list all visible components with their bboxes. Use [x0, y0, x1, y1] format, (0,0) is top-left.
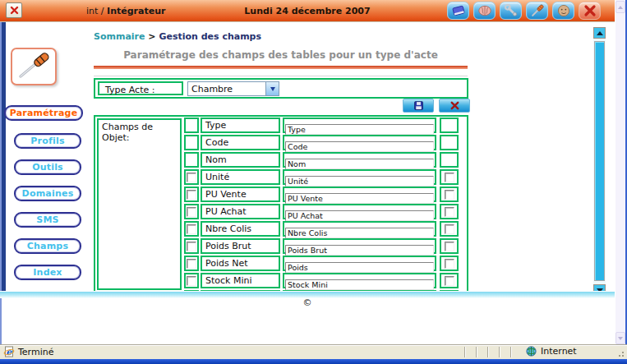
- chevron-down-icon[interactable]: [265, 82, 279, 95]
- field-checkbox[interactable]: [445, 259, 454, 269]
- mask-icon[interactable]: [552, 2, 574, 20]
- field-value-input[interactable]: [285, 210, 434, 221]
- field-name: Nom: [205, 154, 227, 165]
- status-bar: e Terminé Internet: [0, 345, 627, 359]
- field-checkbox[interactable]: [187, 224, 196, 234]
- sidebar-item-label: Profils: [30, 136, 64, 146]
- field-checkbox[interactable]: [187, 259, 196, 269]
- field-checkbox[interactable]: [187, 173, 196, 182]
- resize-grip[interactable]: [616, 349, 625, 357]
- breadcrumb: Sommaire > Gestion des champs: [94, 31, 261, 42]
- content-scrollbar[interactable]: [593, 27, 606, 296]
- fields-table: Champs de Objet: Type Code: [94, 115, 468, 293]
- sidebar-item-paramétrage[interactable]: Paramétrage: [4, 105, 83, 121]
- scroll-up-button[interactable]: [593, 27, 606, 39]
- field-right-checkbox-cell: [440, 187, 459, 202]
- type-acte-selected-value: Chambre: [191, 84, 233, 94]
- field-right-checkbox-cell: [440, 117, 459, 133]
- field-value-input[interactable]: [285, 279, 434, 290]
- page-scrollbar[interactable]: [615, 0, 625, 345]
- type-acte-select[interactable]: Chambre: [187, 81, 279, 96]
- statusbar-divider: [476, 347, 477, 357]
- statusbar-divider: [510, 347, 512, 357]
- field-left-checkbox-cell: [184, 187, 199, 202]
- field-name: Code: [205, 137, 228, 148]
- field-checkbox[interactable]: [187, 207, 196, 217]
- field-right-checkbox-cell: [440, 256, 459, 271]
- field-name: Type: [205, 120, 226, 131]
- screwdriver-icon[interactable]: [526, 2, 548, 20]
- statusbar-divider: [464, 347, 466, 357]
- table-row: PU Achat: [184, 204, 468, 219]
- field-checkbox[interactable]: [187, 190, 196, 200]
- field-value-input[interactable]: [285, 262, 434, 273]
- page-scroll-up-button[interactable]: [615, 1, 625, 13]
- triangle-up-icon: [597, 31, 603, 35]
- type-acte-form: Type Acte : Chambre: [94, 78, 468, 99]
- field-name-cell: Type: [201, 117, 280, 133]
- sidebar-item-outils[interactable]: Outils: [14, 159, 81, 175]
- field-checkbox[interactable]: [445, 224, 454, 234]
- field-left-checkbox-cell: [184, 117, 199, 133]
- field-value-input[interactable]: [285, 176, 434, 187]
- sidebar-item-domaines[interactable]: Domaines: [14, 186, 81, 201]
- close-icon[interactable]: [579, 2, 601, 20]
- breadcrumb-home-link[interactable]: Sommaire: [94, 31, 145, 42]
- window-bottom-border: [0, 359, 627, 364]
- field-checkbox[interactable]: [445, 190, 454, 200]
- sidebar-nav: Paramétrage Profils Outils Domaines SMS …: [7, 105, 89, 280]
- champs-objet-label: Champs de Objet:: [97, 118, 182, 290]
- field-left-checkbox-cell: [184, 135, 199, 150]
- title-underline: [94, 66, 468, 69]
- statusbar-divider: [499, 347, 500, 357]
- field-value-cell: [283, 117, 436, 133]
- field-name-cell: Stock Mini: [201, 273, 280, 288]
- header-toolbar: [447, 2, 601, 20]
- scrollbar-thumb[interactable]: [594, 41, 605, 281]
- field-value-input[interactable]: [285, 124, 434, 135]
- field-name-cell: Unité: [201, 169, 280, 185]
- table-row: Type: [184, 117, 468, 133]
- field-checkbox[interactable]: [445, 207, 454, 217]
- field-checkbox[interactable]: [445, 276, 454, 286]
- table-row: Unité: [184, 169, 468, 185]
- field-checkbox[interactable]: [187, 276, 196, 286]
- browser-window: int / Intégrateur Lundi 24 décembre 2007: [0, 0, 627, 364]
- field-value-input[interactable]: [285, 159, 434, 169]
- sidebar-item-profils[interactable]: Profils: [14, 133, 81, 149]
- sidebar-item-index[interactable]: Index: [14, 265, 81, 280]
- field-right-checkbox-cell: [440, 135, 459, 150]
- field-name-cell: Nbre Colis: [201, 221, 280, 237]
- field-value-input[interactable]: [285, 141, 434, 152]
- brain-icon[interactable]: [473, 2, 496, 20]
- delete-button[interactable]: [439, 99, 470, 113]
- table-row: Stock Mini: [184, 273, 468, 288]
- sidebar: Paramétrage Profils Outils Domaines SMS …: [7, 25, 89, 291]
- field-name-cell: PU Vente: [201, 187, 280, 202]
- field-value-input[interactable]: [285, 245, 434, 256]
- sidebar-item-label: Champs: [27, 241, 68, 251]
- field-checkbox[interactable]: [445, 242, 454, 251]
- field-right-checkbox-cell: [440, 152, 459, 168]
- field-value-input[interactable]: [285, 193, 434, 204]
- field-value-cell: [283, 221, 436, 237]
- field-right-checkbox-cell: [440, 238, 459, 254]
- field-checkbox[interactable]: [445, 173, 454, 182]
- field-name-cell: PU Achat: [201, 204, 280, 219]
- page-scroll-down-button[interactable]: [615, 332, 625, 344]
- save-button[interactable]: [403, 99, 434, 113]
- field-name: Poids Net: [205, 258, 248, 269]
- field-value-cell: [283, 135, 436, 150]
- svg-text:e: e: [6, 347, 12, 357]
- sidebar-item-label: Domaines: [22, 188, 74, 199]
- sidebar-item-sms[interactable]: SMS: [14, 212, 81, 228]
- field-checkbox[interactable]: [187, 242, 196, 251]
- app-header: int / Intégrateur Lundi 24 décembre 2007: [0, 0, 615, 22]
- book-icon[interactable]: [447, 2, 469, 20]
- field-name: PU Achat: [205, 206, 247, 217]
- sidebar-item-champs[interactable]: Champs: [14, 238, 81, 254]
- table-row: Poids Net: [184, 256, 468, 271]
- field-value-input[interactable]: [285, 228, 434, 238]
- wrench-icon[interactable]: [500, 2, 522, 20]
- field-right-checkbox-cell: [440, 273, 459, 288]
